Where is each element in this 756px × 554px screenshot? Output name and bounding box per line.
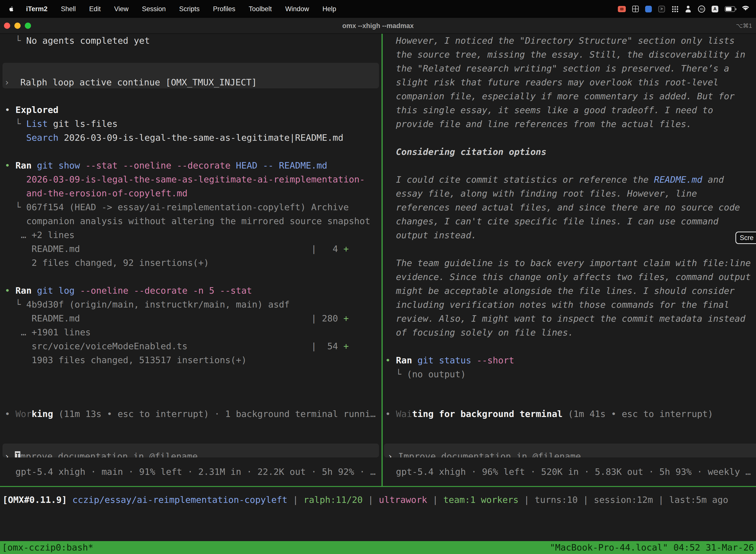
blue-app-icon[interactable] xyxy=(645,6,652,12)
left-pane[interactable]: └ No agents completed yet › Ralph loop a… xyxy=(0,34,381,486)
terminal-text: king xyxy=(32,409,53,419)
terminal-line: Considering citation options xyxy=(385,145,756,159)
terminal-line: src/voice/voiceModeEnabled.ts | 54 + xyxy=(5,339,381,353)
terminal-text xyxy=(5,174,26,184)
terminal-line: README.md | 4 + xyxy=(5,242,381,256)
terminal-text: Considering citation options xyxy=(385,147,547,157)
battery-gauge-icon[interactable]: .61 xyxy=(698,5,705,13)
terminal-line: • Explored xyxy=(5,103,381,117)
menu-item-session[interactable]: Session xyxy=(135,5,172,13)
terminal-text xyxy=(231,160,236,170)
terminal-text: (no output) xyxy=(407,369,466,379)
terminal-text: git status xyxy=(418,355,471,365)
terminal-text: src/voice/voiceModeEnabled.ts xyxy=(5,341,311,351)
tmux-session-name[interactable]: [omx-cczip0:bash* xyxy=(2,541,93,554)
terminal-text: provide file and line references from th… xyxy=(385,119,692,129)
terminal-text: references need actual files, and since … xyxy=(385,202,740,213)
terminal-line xyxy=(385,159,756,173)
terminal-text: 2026-03-09-is-legal-the-same-as-legitima… xyxy=(59,132,343,143)
terminal-line: README.md | 280 + xyxy=(5,312,381,325)
terminal-text: README.md xyxy=(5,244,311,254)
terminal-text: • xyxy=(5,285,15,296)
menu-item-help[interactable]: Help xyxy=(316,5,343,13)
terminal-text: companion analysis without altering the … xyxy=(5,216,370,226)
terminal-text: (11m 13s • esc to interrupt) xyxy=(59,409,209,419)
prompt-input-left[interactable]: › Improve documentation in @filename xyxy=(2,444,379,457)
terminal-line: Search 2026-03-09-is-legal-the-same-as-l… xyxy=(5,131,381,145)
waiting-status-line: • Waiting for background terminal (1m 41… xyxy=(385,407,756,421)
terminal-text: Search xyxy=(26,132,59,143)
terminal-text: might be acceptable alongside the file l… xyxy=(385,286,735,296)
terminal-text: 1903 files changed, 513517 insertions(+) xyxy=(5,355,247,365)
terminal-app-icon[interactable] xyxy=(658,6,665,12)
terminal-line: companion analysis without altering the … xyxy=(5,214,381,228)
menu-item-edit[interactable]: Edit xyxy=(82,5,108,13)
terminal-text: | xyxy=(519,495,535,505)
terminal-line: └ (no output) xyxy=(385,367,756,381)
menu-item-window[interactable]: Window xyxy=(278,5,316,13)
horizontal-pane-divider xyxy=(0,486,756,487)
terminal-line: 2 files changed, 92 insertions(+) xyxy=(5,256,381,270)
terminal-text: the "Related research writing" section i… xyxy=(385,63,729,73)
terminal-text: | xyxy=(427,495,443,505)
apple-menu-icon[interactable] xyxy=(4,5,19,13)
terminal-text: ralph:11/20 xyxy=(304,495,363,505)
menu-item-toolbelt[interactable]: Toolbelt xyxy=(242,5,278,13)
battery-icon[interactable] xyxy=(725,6,735,12)
terminal-text: • xyxy=(5,160,15,170)
terminal-text: --oneline --decorate -n 5 --stat xyxy=(80,285,252,296)
terminal-text: 2026-03-09-is-legal-the-same-as-legitima… xyxy=(26,174,365,184)
menu-item-shell[interactable]: Shell xyxy=(54,5,82,13)
terminal-text: List xyxy=(26,119,48,129)
terminal-text: gpt-5.4 xhigh · 96% left · 520K in · 5.8… xyxy=(385,466,751,477)
terminal-line: • Ran git log --oneline --decorate -n 5 … xyxy=(5,284,381,297)
terminal-text: evidence. Since this change only affects… xyxy=(385,272,751,282)
terminal-text: Ralph loop active continue [OMX_TMUX_INJ… xyxy=(20,77,257,88)
menu-item-scripts[interactable]: Scripts xyxy=(172,5,206,13)
terminal-text: git ls-files xyxy=(48,119,118,129)
terminal-text: • xyxy=(5,409,15,419)
terminal-area: └ No agents completed yet › Ralph loop a… xyxy=(0,34,756,486)
terminal-line xyxy=(385,340,756,353)
terminal-line xyxy=(385,131,756,145)
terminal-text: 067f154 (HEAD -> essay/ai-reimplementati… xyxy=(26,202,349,212)
terminal-text: Ran xyxy=(396,355,412,365)
terminal-text: and xyxy=(702,174,724,185)
profile-icon[interactable] xyxy=(685,6,692,12)
terminal-text xyxy=(471,355,477,365)
terminal-text xyxy=(5,188,26,198)
terminal-line: references need actual files, and since … xyxy=(385,201,756,214)
terminal-text: companion file, especially if more comme… xyxy=(385,91,735,101)
prompt-input-right[interactable]: › Improve documentation in @filename xyxy=(384,444,756,457)
terminal-line: └ List git ls-files xyxy=(5,117,381,131)
terminal-line: However, I noticed the "Directory Struct… xyxy=(385,34,756,48)
tmux-host-clock: "MacBook-Pro-44.local" 04:52 31-Mar-26 xyxy=(550,541,754,554)
terminal-line: changes, I can't cite specific file line… xyxy=(385,214,756,228)
macos-menu-bar: iTerm2 Shell Edit View Session Scripts P… xyxy=(0,0,756,18)
omx-session-status-bar: [OMX#0.11.9] cczip/essay/ai-reimplementa… xyxy=(0,493,756,507)
terminal-line: evidence. Since this change only affects… xyxy=(385,270,756,284)
terminal-line: of focusing solely on file lines. xyxy=(385,326,756,340)
input-source-icon[interactable]: A xyxy=(712,6,718,12)
menu-item-profiles[interactable]: Profiles xyxy=(206,5,242,13)
terminal-text: └ xyxy=(5,202,26,212)
terminal-text: | xyxy=(578,495,594,505)
screen-share-overlay[interactable]: Scre xyxy=(736,232,756,244)
terminal-text: The team guideline is to back every impo… xyxy=(385,258,751,268)
terminal-text: Explored xyxy=(15,105,58,115)
dots-grid-icon[interactable] xyxy=(672,5,678,12)
terminal-text: | 4 xyxy=(311,244,343,254)
wifi-icon[interactable] xyxy=(742,5,750,13)
terminal-text: › xyxy=(4,451,15,457)
terminal-text: └ xyxy=(5,119,26,129)
right-pane[interactable]: However, I noticed the "Directory Struct… xyxy=(383,34,756,486)
menu-item-iterm2[interactable]: iTerm2 xyxy=(19,5,54,13)
terminal-text: 2 files changed, 92 insertions(+) xyxy=(5,258,209,268)
screen-recording-icon[interactable] xyxy=(618,6,626,12)
desktop: iTerm2 Shell Edit View Session Scripts P… xyxy=(0,0,756,554)
terminal-line: └ No agents completed yet xyxy=(5,34,381,48)
menu-item-view[interactable]: View xyxy=(107,5,135,13)
window-grid-icon[interactable] xyxy=(632,6,639,12)
terminal-text: No agents completed yet xyxy=(26,36,150,46)
terminal-text: team:1 workers xyxy=(443,495,518,505)
